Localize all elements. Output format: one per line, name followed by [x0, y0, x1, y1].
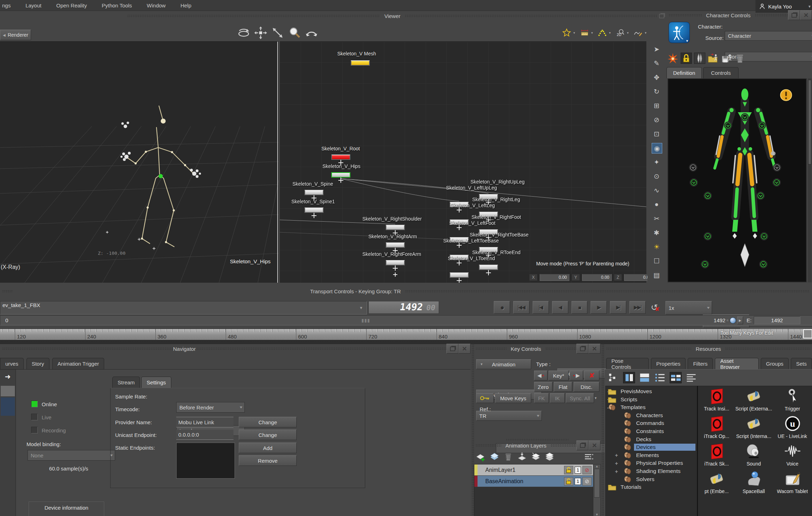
tab-groups[interactable]: Groups	[761, 358, 789, 369]
layer-add-icon[interactable]	[475, 452, 486, 462]
provider-name-field[interactable]: Mobu Live Link	[176, 417, 233, 427]
schematic-node[interactable]	[304, 190, 324, 195]
tool-sphere-icon[interactable]: ⊙	[652, 171, 662, 181]
tool-constraint-icon[interactable]: ⊘	[652, 115, 662, 125]
schematic-node[interactable]	[331, 155, 350, 160]
drag-handle[interactable]	[606, 347, 692, 350]
layer-lock-icon[interactable]	[564, 466, 573, 474]
create-character-icon[interactable]	[667, 53, 678, 64]
view-list-icon[interactable]	[654, 372, 666, 383]
remove-endpoint-button[interactable]: Remove	[239, 455, 297, 466]
tool-global-view-icon[interactable]: ◉	[652, 143, 662, 154]
zero-button[interactable]: Zero	[534, 382, 552, 392]
character-tool-icon[interactable]: ▼	[669, 22, 690, 43]
loop-off-icon[interactable]: ↺✘	[647, 301, 663, 314]
asset-spaceball[interactable]: SpaceBall	[735, 470, 772, 494]
previous-key-button[interactable]: ◀●	[534, 371, 547, 380]
live-checkbox[interactable]	[31, 414, 38, 420]
tree-expand-toggle[interactable]: +	[615, 468, 618, 474]
tool-light-icon[interactable]: ☀	[652, 242, 662, 252]
menu-item-layout[interactable]: Layout	[25, 2, 41, 8]
set-key-button[interactable]: Key*	[549, 371, 569, 380]
close-button[interactable]: ✕	[588, 344, 600, 354]
animation-mode-button[interactable]: ▼ Animation	[476, 359, 531, 369]
delete-character-icon[interactable]	[734, 53, 746, 64]
slider-grip-icon[interactable]: ▮▮▮	[361, 318, 370, 323]
key-icon-button[interactable]	[476, 393, 494, 403]
close-button[interactable]: ✕	[458, 344, 470, 354]
tool-point-icon[interactable]: ●	[652, 199, 662, 209]
renderer-button[interactable]: ◀ Renderer	[0, 30, 31, 40]
tool-draw-icon[interactable]: ✎	[652, 58, 662, 68]
zoom-icon[interactable]	[271, 26, 284, 39]
trajectory-caret-icon[interactable]: ▼	[609, 31, 611, 35]
ik-button[interactable]: IK	[550, 393, 565, 403]
tool-cut-icon[interactable]: ✂	[652, 214, 662, 223]
tool-select-icon[interactable]: ➤	[652, 44, 662, 54]
end-frame-field[interactable]: 1492	[754, 316, 800, 324]
viewer-float-button[interactable]	[658, 12, 665, 19]
drag-handle[interactable]	[475, 347, 506, 350]
float-button[interactable]	[576, 344, 588, 354]
recording-checkbox[interactable]	[31, 427, 38, 433]
slider-step-button[interactable]: ▶	[737, 317, 743, 324]
layer-options-icon[interactable]	[582, 452, 596, 461]
axis-y-value[interactable]: 0.00	[582, 274, 612, 281]
device-row[interactable]	[1, 386, 15, 396]
device-row-selected[interactable]	[1, 397, 15, 416]
unicast-endpoint-field[interactable]: 0.0.0.0:0	[176, 430, 233, 440]
tree-item-elements[interactable]: +Elements	[606, 451, 697, 459]
asset-sound[interactable]: Sound	[735, 443, 772, 467]
float-button[interactable]	[788, 10, 800, 20]
schematic-view[interactable]: Move mode (Press 'P' for Parenting mode)…	[280, 41, 646, 283]
view-columns-icon[interactable]	[623, 372, 635, 383]
asset-script-interna-[interactable]: Script (Interna...	[735, 415, 772, 439]
previous-key-button[interactable]: |◀	[533, 301, 549, 314]
tool-snap-icon[interactable]: ✱	[652, 228, 662, 238]
float-button[interactable]	[576, 440, 588, 450]
move-keys-button[interactable]: Move Keys	[495, 393, 531, 403]
take-selector[interactable]: ev_take_1_FBX ▼	[0, 301, 367, 314]
tab-settings[interactable]: Settings	[141, 377, 171, 388]
model-binding-dropdown[interactable]: None	[28, 450, 115, 461]
change-unicast-button[interactable]: Change	[239, 430, 297, 440]
tool-marker-icon[interactable]: ✦	[652, 157, 662, 167]
schematic-node[interactable]	[331, 172, 350, 178]
tree-item-tutorials[interactable]: Tutorials	[606, 483, 697, 491]
layer-lock-icon[interactable]	[564, 477, 573, 486]
float-button[interactable]	[446, 344, 458, 354]
slider-handle[interactable]	[730, 317, 736, 324]
timeline-slider-row[interactable]: 0 ▮▮▮ 1492 ≡ ▶ E: 1492	[0, 315, 812, 325]
layer-mute-icon[interactable]: ⊘	[582, 466, 592, 474]
go-to-end-button[interactable]: ▶▶|	[629, 301, 646, 314]
tree-item-constraints[interactable]: Constraints	[606, 427, 697, 435]
asset-voice[interactable]: Voice	[773, 443, 812, 467]
tree-item-scripts[interactable]: +Scripts	[606, 396, 697, 403]
disc-button[interactable]: Disc.	[574, 382, 599, 392]
tree-item-commands[interactable]: Commands	[606, 419, 697, 427]
drag-handle[interactable]	[2, 290, 13, 293]
orbit-icon[interactable]	[237, 26, 250, 39]
character-dropdown[interactable]: Character	[725, 31, 812, 41]
static-endpoints-list[interactable]	[176, 443, 235, 479]
tab-definition[interactable]: Definition	[666, 67, 702, 78]
tree-item-physical-properties[interactable]: +Physical Properties	[606, 459, 697, 467]
asset-script-externa-[interactable]: Script (Externa...	[735, 388, 772, 412]
tab-story[interactable]: Story	[26, 358, 49, 369]
axis-x-value[interactable]: 0.00	[540, 274, 569, 281]
magnify-icon[interactable]	[288, 26, 301, 39]
asset-pt-embe-[interactable]: pt (Embe...	[699, 470, 735, 494]
schematic-node[interactable]	[386, 225, 405, 230]
tab-animation-trigger[interactable]: Animation Trigger	[52, 358, 105, 369]
sync-all-button[interactable]: Sync. All	[566, 393, 594, 403]
go-to-start-button[interactable]: |◀◀	[513, 301, 529, 314]
tree-item-prevismoves[interactable]: +PrevisMoves	[606, 388, 697, 395]
tree-item-characters[interactable]: Characters	[606, 412, 697, 419]
tree-expand-toggle[interactable]: +	[615, 460, 618, 466]
tab-urves[interactable]: urves	[0, 358, 24, 369]
tree-item-devices[interactable]: Devices	[606, 443, 697, 451]
schematic-node[interactable]	[304, 208, 324, 213]
drag-handle[interactable]	[475, 444, 501, 447]
tab-pose-controls[interactable]: Pose Controls	[606, 358, 649, 369]
ruler-caret-icon[interactable]: ▼	[591, 31, 593, 35]
